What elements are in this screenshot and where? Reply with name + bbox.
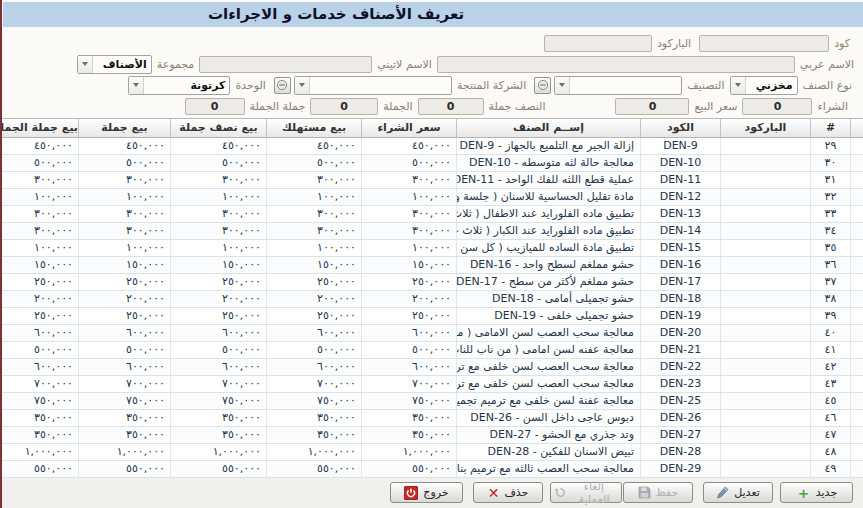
cancel-button-label: إلغاء العملية [571, 480, 617, 506]
half-wholesale-price-cell: ٧٥٠,٠٠٠ [170, 393, 266, 410]
bulk-wholesale-price-cell: ١٠٠,٠٠٠ [0, 189, 78, 206]
table-row[interactable]: ٤٢DEN-22معالجة سحب العصب لسن خلفى مع ترم… [0, 359, 863, 376]
row-indicator-cell [850, 274, 863, 291]
column-header[interactable]: بيع جملة [78, 119, 170, 138]
row-indicator-cell [850, 427, 863, 444]
table-row[interactable]: ٤١DEN-21معالجة عفنه لسن امامى ( من ناب ل… [0, 342, 863, 359]
half-wholesale-price-cell: ٣٠٠,٠٠٠ [170, 172, 266, 189]
wholesale-price-cell: ٥٠٠,٠٠٠ [78, 342, 170, 359]
row-indicator-cell [850, 138, 863, 155]
barcode-input[interactable] [544, 35, 652, 52]
half-wholesale-price-cell: ٦٠٠,٠٠٠ [170, 325, 266, 342]
code-input[interactable] [699, 35, 829, 52]
table-row[interactable]: ٤٧DEN-27وتد جذري مع الحشو - DEN-27٣٥٠,٠٠… [0, 427, 863, 444]
arabic-name-input[interactable] [437, 56, 795, 73]
table-row[interactable]: ٤٠DEN-20معالجة سحب العصب لسن الامامى ( م… [0, 325, 863, 342]
column-header[interactable]: الباركود [720, 119, 810, 138]
column-header[interactable]: سعر الشراء [361, 119, 456, 138]
half-wholesale-price-cell: ٣٠٠,٠٠٠ [170, 223, 266, 240]
table-row[interactable]: ٤٦DEN-26دبوس عاجى داخل السن - DEN-26٣٥٠,… [0, 410, 863, 427]
row-indicator-cell [850, 308, 863, 325]
producer-select[interactable] [294, 76, 452, 95]
pencil-icon [716, 486, 729, 499]
table-row[interactable]: ٣٣DEN-13تطبيق ماده الفلورايد عند الاطفال… [0, 206, 863, 223]
producer-add-button[interactable] [274, 77, 291, 94]
row-number-cell: ٣٥ [810, 240, 850, 257]
column-header[interactable]: # [810, 119, 850, 138]
sale-price-input[interactable] [615, 98, 689, 115]
new-button[interactable]: ＋ جديد [780, 482, 853, 503]
grid-body: ٢٩DEN-9إزالة الجير مع التلميع بالجهاز - … [0, 138, 863, 478]
floppy-disk-icon [638, 486, 651, 499]
unit-label: الوحدة [235, 79, 265, 92]
item-type-selected-value: مخزني [746, 79, 797, 92]
table-row[interactable]: ٢٩DEN-9إزالة الجير مع التلميع بالجهاز - … [0, 138, 863, 155]
half-wholesale-price-cell: ٣٥٠,٠٠٠ [170, 410, 266, 427]
item-name-cell: معالجة سحب العصب لسن خلفى مع ترميم معدن.… [456, 359, 640, 376]
exit-button[interactable]: خروج [390, 482, 463, 503]
group-select[interactable]: الأصناف [77, 55, 152, 74]
item-type-select[interactable]: مخزني [730, 76, 798, 95]
bulk-wholesale-price-cell: ١٠٠,٠٠٠ [0, 240, 78, 257]
edit-button[interactable]: تعديل [703, 482, 773, 503]
classification-select[interactable] [554, 76, 682, 95]
table-row[interactable]: ٣٠DEN-10معالجة حالة لثه متوسطه - DEN-10٥… [0, 155, 863, 172]
code-cell: DEN-25 [640, 393, 720, 410]
item-name-cell: معالجة سحب العصب لسن الامامى ( من الناب … [456, 325, 640, 342]
table-row[interactable]: ٣١DEN-11عملية قطع اللثه للفك الواحد - DE… [0, 172, 863, 189]
table-row[interactable]: ٤٣DEN-23معالجة سحب العصب لسن خلفى مع ترم… [0, 376, 863, 393]
column-header[interactable]: بيع جملة الجملة [0, 119, 78, 138]
bulk-wholesale-price-cell: ٢٠٠,٠٠٠ [0, 291, 78, 308]
row-indicator-cell [850, 240, 863, 257]
column-header[interactable]: الكود [640, 119, 720, 138]
barcode-label: الباركود [657, 37, 691, 50]
table-row[interactable]: ٣٧DEN-17حشو مملغم لأكثر من سطح - DEN-17٢… [0, 274, 863, 291]
column-header[interactable]: بيع مستهلك [266, 119, 361, 138]
wholesale-price-cell: ٤٥٠,٠٠٠ [78, 138, 170, 155]
half-wholesale-input[interactable] [418, 98, 484, 115]
item-name-cell: تطبيق مادة الساده للميازيب ( كل سن ) - D… [456, 240, 640, 257]
table-row[interactable]: ٤٥DEN-25معالجة عفنة لسن خلفى مع ترميم تج… [0, 393, 863, 410]
wholesale-input[interactable] [310, 98, 378, 115]
row-number-cell: ٢٩ [810, 138, 850, 155]
bulk-wholesale-input[interactable] [185, 98, 245, 115]
unit-select[interactable]: كرتونة [128, 76, 230, 95]
table-row[interactable]: ٣٨DEN-18حشو تجميلى أمامى - DEN-18٢٠٠,٠٠٠… [0, 291, 863, 308]
half-wholesale-price-cell: ١٥٠,٠٠٠ [170, 257, 266, 274]
half-wholesale-price-cell: ٢٥٠,٠٠٠ [170, 308, 266, 325]
consumer-price-cell: ٣٠٠,٠٠٠ [266, 206, 361, 223]
column-header[interactable]: بيع نصف جملة [170, 119, 266, 138]
bulk-wholesale-price-cell: ٥٠٠,٠٠٠ [0, 155, 78, 172]
row-indicator-cell [850, 206, 863, 223]
classification-add-button[interactable] [534, 77, 551, 94]
consumer-price-cell: ٣٠٠,٠٠٠ [266, 172, 361, 189]
table-row[interactable]: ٤٩DEN-29معالجة سحب العصب ثالثه مع ترميم … [0, 461, 863, 478]
column-header[interactable]: إســم الصنف [456, 119, 640, 138]
purchase-price-cell: ٣٠٠,٠٠٠ [361, 223, 456, 240]
grid-header-row: #الباركودالكودإســم الصنفسعر الشراءبيع م… [0, 119, 863, 138]
sale-price-label: سعر البيع [694, 100, 737, 113]
table-row[interactable]: ٣٩DEN-19حشو تجميلى خلفى - DEN-19٢٥٠,٠٠٠٢… [0, 308, 863, 325]
latin-name-input[interactable] [199, 56, 372, 73]
purchase-price-cell: ٧٥٠,٠٠٠ [361, 393, 456, 410]
purchase-price-cell: ٧٠٠,٠٠٠ [361, 376, 456, 393]
half-wholesale-price-cell: ٥٠٠,٠٠٠ [170, 342, 266, 359]
delete-button[interactable]: ✕ حذف [473, 482, 543, 503]
code-cell: DEN-11 [640, 172, 720, 189]
bulk-wholesale-price-cell: ٥٥٠,٠٠٠ [0, 461, 78, 478]
table-row[interactable]: ٣٥DEN-15تطبيق مادة الساده للميازيب ( كل … [0, 240, 863, 257]
purchase-price-cell: ١٠٠,٠٠٠ [361, 240, 456, 257]
table-row[interactable]: ٤٨DEN-28تبيض الاسنان للفكين - DEN-28١,٠٠… [0, 444, 863, 461]
code-cell: DEN-26 [640, 410, 720, 427]
table-row[interactable]: ٣٦DEN-16حشو مملغم لسطح واحد - DEN-16١٥٠,… [0, 257, 863, 274]
classification-label: التصنيف [687, 79, 724, 92]
table-row[interactable]: ٣٤DEN-14تطبيق ماده الفلورايد عند الكبار … [0, 223, 863, 240]
row-indicator-cell [850, 189, 863, 206]
purchase-input[interactable] [742, 98, 812, 115]
item-form: كود الباركود الاسم عربي الاسم لاتيني مجم… [0, 27, 863, 115]
row-number-cell: ٤٧ [810, 427, 850, 444]
chevron-down-icon [295, 77, 310, 94]
table-row[interactable]: ٣٢DEN-12مادة تقليل الحساسية للاسنان ( جل… [0, 189, 863, 206]
code-cell: DEN-10 [640, 155, 720, 172]
purchase-price-cell: ٢٥٠,٠٠٠ [361, 308, 456, 325]
